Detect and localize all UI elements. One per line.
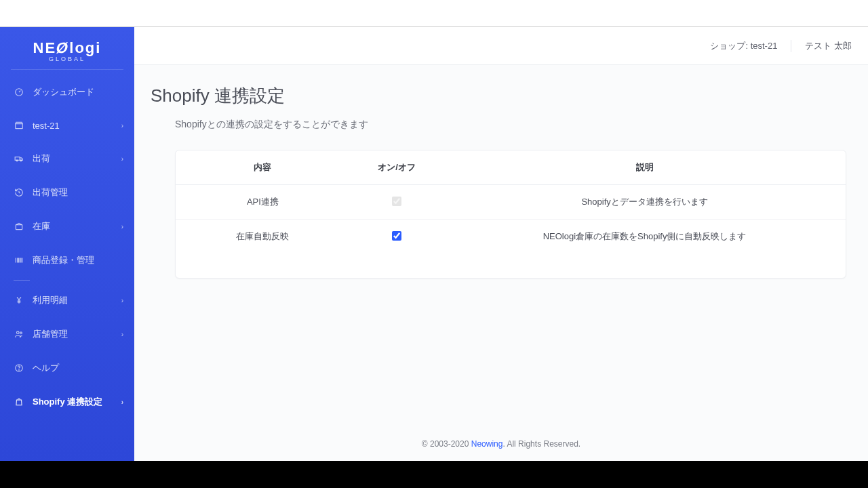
dashboard-icon [14, 87, 24, 98]
svg-rect-5 [16, 225, 22, 230]
chevron-right-icon: › [121, 297, 123, 304]
sidebar-item-label: 利用明細 [33, 294, 121, 306]
truck-icon [14, 153, 24, 164]
page-description: Shopifyとの連携の設定をすることができます [175, 119, 846, 131]
sidebar-item-inventory[interactable]: 在庫 › [0, 209, 134, 243]
box-icon [14, 221, 24, 232]
barcode-icon [14, 255, 24, 266]
yen-icon [14, 295, 24, 306]
footer-link[interactable]: Neowing [471, 439, 503, 449]
inventory-sync-checkbox[interactable] [392, 231, 401, 241]
users-icon [14, 329, 24, 340]
svg-point-7 [20, 332, 22, 334]
shop-icon [14, 120, 24, 131]
sidebar-item-products[interactable]: 商品登録・管理 [0, 243, 134, 277]
cell-desc: Shopifyとデータ連携を行います [443, 185, 846, 220]
brand-name: NEØlogi [11, 39, 123, 57]
sidebar-item-billing[interactable]: 利用明細 › [0, 283, 134, 317]
svg-rect-1 [16, 124, 23, 129]
sidebar-item-label: ヘルプ [33, 362, 123, 374]
table-row: 在庫自動反映 NEOlogi倉庫の在庫数をShopify側に自動反映します [176, 220, 846, 254]
sidebar-item-shop[interactable]: test-21 › [0, 109, 134, 142]
sidebar-item-shipping-mgmt[interactable]: 出荷管理 [0, 176, 134, 209]
chevron-right-icon: › [121, 399, 123, 406]
footer-suffix: . All Rights Reserved. [502, 439, 580, 449]
cell-toggle [350, 185, 443, 220]
footer-prefix: © 2003-2020 [422, 439, 471, 449]
svg-point-4 [20, 160, 22, 161]
app-root: NEØlogi GLOBAL ダッシュボード test-21 › [0, 27, 868, 461]
bag-icon [14, 396, 24, 407]
page-title: Shopify 連携設定 [151, 84, 846, 108]
help-icon [14, 363, 24, 373]
sidebar-item-label: test-21 [33, 121, 121, 131]
svg-point-9 [19, 370, 20, 371]
topbar: ショップ: test-21 テスト 太郎 [134, 27, 868, 65]
api-link-checkbox [392, 197, 401, 206]
sidebar-nav: ダッシュボード test-21 › 出荷 › 出荷管理 [0, 75, 134, 419]
content: Shopify 連携設定 Shopifyとの連携の設定をすることができます 内容… [134, 65, 868, 430]
svg-point-3 [16, 160, 18, 161]
cell-content: API連携 [176, 185, 350, 220]
card-padding [176, 253, 846, 278]
settings-card: 内容 オン/オフ 説明 API連携 Shopifyとデータ連携を行います [175, 150, 846, 279]
sidebar-item-dashboard[interactable]: ダッシュボード [0, 75, 134, 109]
chevron-right-icon: › [121, 122, 123, 129]
sidebar-item-label: ダッシュボード [33, 86, 123, 98]
sidebar-item-label: 在庫 [33, 220, 121, 232]
table-header-row: 内容 オン/オフ 説明 [176, 150, 846, 185]
th-toggle: オン/オフ [350, 150, 443, 185]
sidebar-item-shipping[interactable]: 出荷 › [0, 142, 134, 176]
main-area: ショップ: test-21 テスト 太郎 Shopify 連携設定 Shopif… [134, 27, 868, 461]
sidebar: NEØlogi GLOBAL ダッシュボード test-21 › [0, 27, 134, 461]
sidebar-item-help[interactable]: ヘルプ [0, 351, 134, 385]
nav-divider [14, 280, 30, 281]
table-row: API連携 Shopifyとデータ連携を行います [176, 185, 846, 220]
footer: © 2003-2020 Neowing. All Rights Reserved… [134, 430, 868, 461]
chevron-right-icon: › [121, 331, 123, 338]
cell-content: 在庫自動反映 [176, 220, 350, 254]
topbar-user[interactable]: テスト 太郎 [791, 40, 852, 52]
cell-desc: NEOlogi倉庫の在庫数をShopify側に自動反映します [443, 220, 846, 254]
th-desc: 説明 [443, 150, 846, 185]
browser-chrome [0, 0, 868, 27]
topbar-shop[interactable]: ショップ: test-21 [710, 40, 791, 52]
sidebar-item-label: Shopify 連携設定 [33, 396, 121, 408]
sidebar-item-label: 店舗管理 [33, 328, 121, 340]
svg-point-6 [17, 331, 20, 334]
sidebar-item-label: 出荷 [33, 152, 121, 165]
cell-toggle [350, 220, 443, 254]
history-icon [14, 187, 24, 198]
chevron-right-icon: › [121, 223, 123, 230]
chevron-right-icon: › [121, 155, 123, 163]
sidebar-item-label: 商品登録・管理 [33, 254, 123, 266]
brand-logo: NEØlogi GLOBAL [11, 34, 123, 70]
sidebar-item-label: 出荷管理 [33, 186, 123, 199]
th-content: 内容 [176, 150, 350, 185]
bottom-letterbox [0, 461, 868, 488]
settings-table: 内容 オン/オフ 説明 API連携 Shopifyとデータ連携を行います [176, 150, 846, 253]
sidebar-item-store-mgmt[interactable]: 店舗管理 › [0, 317, 134, 351]
sidebar-item-shopify-settings[interactable]: Shopify 連携設定 › [0, 385, 134, 419]
